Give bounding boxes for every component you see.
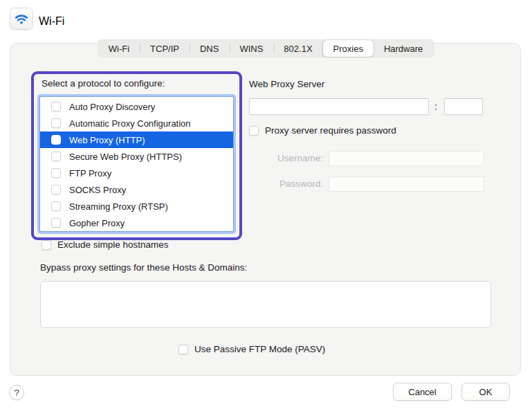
checkbox-gopher-proxy[interactable]	[51, 218, 61, 228]
ok-button[interactable]: OK	[461, 383, 510, 401]
requires-password-label: Proxy server requires password	[265, 125, 396, 136]
proxy-port-input[interactable]	[444, 98, 483, 115]
checkbox-automatic-proxy-configuration[interactable]	[51, 118, 61, 128]
protocol-row-label: Web Proxy (HTTP)	[69, 135, 145, 145]
port-separator: :	[434, 101, 437, 112]
protocol-row-ftp-proxy[interactable]: FTP Proxy	[40, 165, 233, 181]
passive-ftp-row[interactable]: Use Passive FTP Mode (PASV)	[178, 344, 325, 354]
protocol-row-automatic-proxy-configuration[interactable]: Automatic Proxy Configuration	[40, 115, 233, 131]
username-input	[329, 151, 484, 166]
tab-proxies[interactable]: Proxies	[323, 40, 374, 57]
requires-password-checkbox[interactable]	[249, 126, 259, 136]
protocol-row-streaming-proxy-rtsp[interactable]: Streaming Proxy (RTSP)	[40, 198, 233, 215]
web-proxy-server-label: Web Proxy Server	[249, 79, 324, 89]
protocol-list-label: Select a protocol to configure:	[42, 78, 165, 89]
bypass-hosts-textarea[interactable]	[40, 281, 491, 328]
exclude-hostnames-label: Exclude simple hostnames	[57, 239, 169, 250]
protocol-row-socks-proxy[interactable]: SOCKS Proxy	[40, 181, 233, 198]
checkbox-auto-proxy-discovery[interactable]	[51, 102, 61, 111]
protocol-row-auto-proxy-discovery[interactable]: Auto Proxy Discovery	[40, 98, 233, 115]
protocol-row-label: SOCKS Proxy	[69, 185, 126, 195]
password-input	[329, 176, 484, 192]
proxy-address-input[interactable]	[249, 98, 429, 115]
protocol-list[interactable]: Auto Proxy Discovery Automatic Proxy Con…	[39, 96, 234, 232]
cancel-button[interactable]: Cancel	[393, 383, 452, 401]
tab-tcpip[interactable]: TCP/IP	[140, 40, 190, 57]
exclude-hostnames-row[interactable]: Exclude simple hostnames	[42, 239, 169, 250]
requires-password-row[interactable]: Proxy server requires password	[249, 125, 396, 136]
tab-8021x[interactable]: 802.1X	[273, 40, 322, 57]
tab-wins[interactable]: WINS	[229, 40, 273, 57]
tab-hardware[interactable]: Hardware	[374, 40, 433, 57]
checkbox-streaming-proxy-rtsp[interactable]	[51, 201, 61, 211]
password-label: Password:	[249, 179, 323, 189]
network-tabbar: Wi-Fi TCP/IP DNS WINS 802.1X Proxies Har…	[98, 39, 434, 57]
protocol-row-label: Automatic Proxy Configuration	[69, 118, 191, 129]
help-button[interactable]: ?	[9, 385, 24, 400]
checkbox-socks-proxy[interactable]	[51, 185, 61, 194]
checkbox-web-proxy-http[interactable]	[51, 135, 61, 145]
exclude-hostnames-checkbox[interactable]	[42, 240, 51, 250]
passive-ftp-checkbox[interactable]	[178, 345, 188, 354]
protocol-row-label: Auto Proxy Discovery	[69, 102, 155, 112]
passive-ftp-label: Use Passive FTP Mode (PASV)	[194, 344, 325, 354]
checkbox-secure-web-proxy-https[interactable]	[51, 152, 61, 161]
window-title: Wi-Fi	[39, 15, 64, 28]
bypass-label: Bypass proxy settings for these Hosts & …	[40, 262, 247, 273]
tab-wifi[interactable]: Wi-Fi	[98, 40, 140, 57]
tab-dns[interactable]: DNS	[190, 40, 229, 57]
protocol-row-label: Streaming Proxy (RTSP)	[69, 201, 168, 212]
protocol-row-secure-web-proxy-https[interactable]: Secure Web Proxy (HTTPS)	[40, 148, 233, 165]
protocol-row-label: Secure Web Proxy (HTTPS)	[69, 152, 182, 162]
protocol-row-label: FTP Proxy	[69, 168, 111, 179]
wifi-icon	[10, 8, 33, 30]
checkbox-ftp-proxy[interactable]	[51, 168, 61, 178]
protocol-row-gopher-proxy[interactable]: Gopher Proxy	[40, 215, 233, 231]
wifi-glyph	[13, 10, 30, 27]
username-label: Username:	[249, 153, 323, 163]
protocol-row-label: Gopher Proxy	[69, 218, 125, 228]
protocol-row-web-proxy-http[interactable]: Web Proxy (HTTP)	[40, 131, 233, 148]
